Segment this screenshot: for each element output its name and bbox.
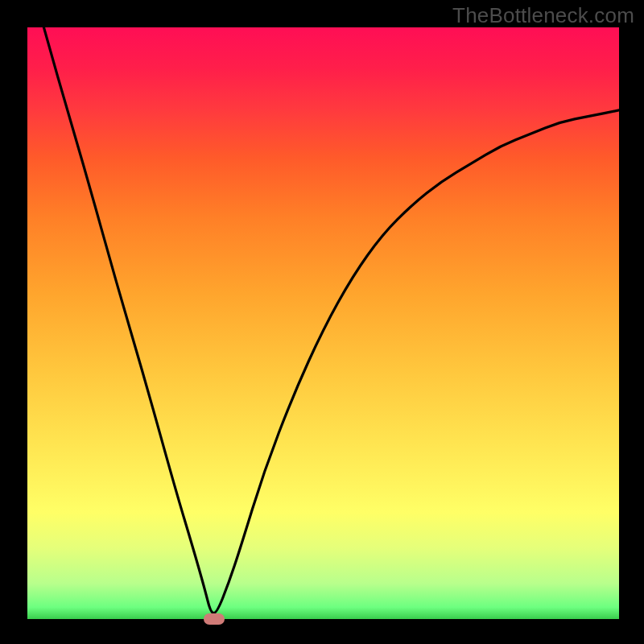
watermark-text: TheBottleneck.com [452, 3, 634, 28]
plot-area [27, 27, 619, 619]
bottleneck-curve [27, 27, 619, 619]
minimum-marker [204, 613, 225, 625]
chart-frame: TheBottleneck.com [0, 0, 644, 644]
